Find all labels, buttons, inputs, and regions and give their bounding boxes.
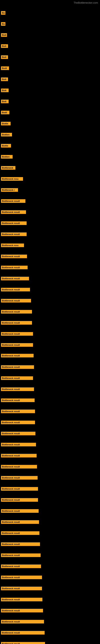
list-item: Bottlen	[1, 133, 12, 136]
list-item: Bo	[1, 11, 5, 15]
label-box: Bottleneck resu	[1, 244, 24, 247]
list-item: Bottleneck result	[1, 299, 31, 302]
list-item: Bottleneck result	[1, 343, 33, 347]
label-box: Bottleneck result	[1, 587, 42, 590]
list-item: Bottleneck result	[1, 420, 35, 424]
list-item: Bottleneck result	[1, 487, 38, 491]
list-item: Bottl	[1, 66, 9, 70]
label-box: Bottleneck result	[1, 454, 37, 458]
list-item: Bottleneck result	[1, 354, 34, 358]
label-box: Bottl	[1, 111, 9, 114]
label-box: Bottlen	[1, 155, 13, 158]
label-box: Bottleneck result	[1, 509, 39, 513]
label-box: Bottleneck result	[1, 620, 44, 624]
label-box: Bottleneck result	[1, 564, 41, 568]
label-box: Bottleneck result	[1, 487, 38, 491]
list-item: Bottleneck result	[1, 542, 40, 546]
list-item: Bottleneck result	[1, 531, 39, 535]
label-box: Bottleneck result	[1, 432, 35, 435]
label-box: Bottl	[1, 66, 9, 70]
list-item: Bottleneck resu	[1, 244, 24, 247]
list-item: Bottleneck result	[1, 598, 42, 601]
list-item: Bottleneck	[1, 166, 15, 170]
label-box: Bottleneck result	[1, 254, 27, 258]
list-item: Bottleneck result	[1, 254, 27, 258]
list-item: Bottleneck result	[1, 509, 39, 513]
list-item: Bottleneck r	[1, 188, 18, 192]
list-item: Bottle	[1, 122, 11, 126]
list-item: Bottleneck result	[1, 222, 27, 225]
label-box: Bo	[1, 11, 5, 15]
list-item: Bottleneck result	[1, 498, 38, 502]
label-box: Bott	[1, 55, 8, 59]
label-box: Bott	[1, 78, 8, 81]
list-item: Bott	[1, 88, 9, 92]
list-item: Bottleneck result	[1, 432, 35, 435]
label-box: Bottleneck result	[1, 288, 30, 292]
list-item: Bottleneck result	[1, 210, 26, 214]
label-box: Bottle	[1, 144, 11, 148]
list-item: Bottle	[1, 144, 11, 148]
label-box: Bottleneck result	[1, 498, 38, 502]
list-item: Bottleneck result	[1, 564, 41, 568]
list-item: Bott	[1, 100, 9, 103]
list-item: Bottleneck result	[1, 443, 36, 446]
list-item: Bottleneck result	[1, 232, 27, 236]
label-box: Bottleneck result	[1, 210, 26, 214]
list-item: Bottleneck result	[1, 576, 42, 579]
label-box: Bottleneck result	[1, 576, 42, 579]
label-box: Bottleneck result	[1, 520, 39, 524]
label-box: Bottleneck result	[1, 631, 45, 634]
label-box: Bottleneck result	[1, 365, 34, 369]
label-box: Bottleneck result	[1, 310, 32, 314]
list-item: Bottleneck result	[1, 454, 37, 458]
list-item: Bottleneck result	[1, 332, 33, 336]
list-item: Bottlen	[1, 155, 13, 158]
list-item: Bottleneck result	[1, 609, 43, 612]
list-item: Bottleneck result	[1, 410, 35, 413]
list-item: Bottleneck result	[1, 398, 35, 402]
list-item: Bottleneck result	[1, 476, 38, 480]
list-item: Bottl	[1, 111, 9, 114]
list-item: Bottleneck result	[1, 554, 41, 557]
list-item: Bott	[1, 55, 8, 59]
list-item: Bottleneck result	[1, 465, 37, 468]
list-item: Bo	[1, 22, 5, 26]
label-box: Bott	[1, 44, 8, 48]
label-box: Bott	[1, 88, 9, 92]
label-box: Bottleneck result	[1, 199, 25, 203]
label-box: Bottleneck result	[1, 642, 45, 644]
list-item: Bottleneck result	[1, 620, 44, 624]
list-item: Bottleneck result	[1, 631, 45, 634]
list-item: Bottleneck result	[1, 365, 34, 369]
label-box: Bottleneck result	[1, 321, 32, 324]
label-box: Bottleneck result	[1, 266, 28, 269]
label-box: Bottleneck result	[1, 531, 39, 535]
label-box: Bottle	[1, 122, 11, 126]
list-item: Bottleneck resu	[1, 177, 23, 181]
label-box: Bottleneck	[1, 166, 15, 170]
label-box: Bottleneck result	[1, 277, 29, 280]
list-item: Bottleneck result	[1, 266, 28, 269]
list-item: Bott	[1, 78, 8, 81]
label-box: Bottleneck result	[1, 232, 27, 236]
label-box: Bottlen	[1, 133, 12, 136]
label-box: Bottleneck result	[1, 598, 42, 601]
label-box: Bottleneck result	[1, 376, 33, 380]
label-box: Bottleneck r	[1, 188, 18, 192]
list-item: Bottleneck result	[1, 199, 25, 203]
list-item: Bottleneck result	[1, 587, 42, 590]
label-box: Bottleneck result	[1, 542, 40, 546]
list-item: Bottleneck result	[1, 310, 32, 314]
list-item: Bottleneck result	[1, 520, 39, 524]
label-box: Bottleneck result	[1, 443, 36, 446]
label-box: Bo	[1, 22, 5, 26]
label-box: Bottleneck result	[1, 554, 41, 557]
list-item: Bottleneck result	[1, 376, 33, 380]
label-box: Bottleneck result	[1, 332, 33, 336]
list-item: Bott	[1, 44, 8, 48]
label-box: Bottleneck resu	[1, 177, 23, 181]
list-item: Bottleneck result	[1, 288, 30, 292]
label-box: Bottleneck result	[1, 354, 34, 358]
label-box: Bottleneck result	[1, 398, 35, 402]
